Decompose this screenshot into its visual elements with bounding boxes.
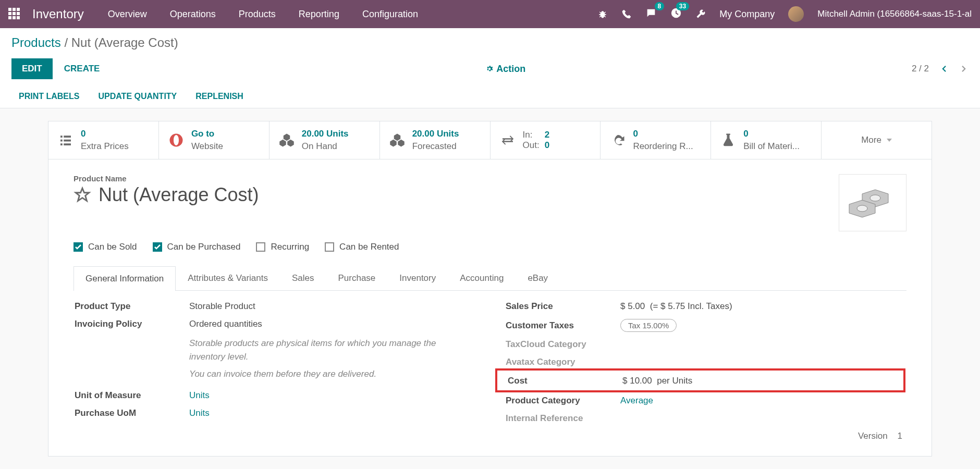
product-category-value[interactable]: Average — [620, 396, 653, 406]
taxcloud-category-label: TaxCloud Category — [506, 339, 620, 350]
breadcrumb-bar: Products / Nut (Average Cost) — [0, 28, 980, 50]
messages-badge: 8 — [655, 2, 665, 10]
next-icon[interactable] — [959, 64, 969, 73]
uom-label: Unit of Measure — [75, 390, 189, 401]
check-row: Can be Sold Can be Purchased Recurring C… — [74, 242, 906, 252]
breadcrumb-current: Nut (Average Cost) — [71, 35, 178, 50]
stat-website[interactable]: Go toWebsite — [159, 121, 270, 159]
stat-row: 0Extra Prices Go toWebsite 20.00 UnitsOn… — [48, 121, 932, 159]
tab-attributes-variants[interactable]: Attributes & Variants — [176, 266, 280, 290]
nav-configuration[interactable]: Configuration — [362, 9, 418, 20]
can-be-rented-checkbox[interactable]: Can be Rented — [325, 242, 399, 252]
uom-value[interactable]: Units — [189, 390, 210, 401]
purchase-uom-label: Purchase UoM — [75, 408, 189, 418]
action-label: Action — [496, 64, 525, 75]
stat-forecasted[interactable]: 20.00 UnitsForecasted — [380, 121, 491, 159]
stat-on-hand[interactable]: 20.00 UnitsOn Hand — [270, 121, 380, 159]
tabs: General Information Attributes & Variant… — [74, 266, 906, 291]
list-icon — [58, 132, 74, 148]
nav-menu: Overview Operations Products Reporting C… — [108, 9, 418, 20]
product-name-label: Product Name — [74, 174, 835, 183]
transfer-icon — [500, 132, 516, 148]
apps-icon[interactable] — [8, 8, 21, 20]
messages-button[interactable]: 8 — [645, 7, 657, 21]
invoicing-policy-label: Invoicing Policy — [75, 319, 189, 329]
activities-badge: 33 — [676, 2, 689, 10]
tab-sales[interactable]: Sales — [280, 266, 326, 290]
stat-extra-prices[interactable]: 0Extra Prices — [48, 121, 159, 159]
tab-general-information[interactable]: General Information — [74, 266, 176, 291]
gear-icon — [486, 65, 493, 72]
refresh-icon — [610, 132, 626, 148]
invoicing-policy-value: Ordered quantities — [189, 319, 262, 329]
product-image[interactable] — [839, 174, 906, 231]
nav-products[interactable]: Products — [239, 9, 276, 20]
tab-purchase[interactable]: Purchase — [326, 266, 387, 290]
form-sheet: 0Extra Prices Go toWebsite 20.00 UnitsOn… — [48, 121, 932, 456]
breadcrumb: Products / Nut (Average Cost) — [11, 35, 969, 50]
brand-label: Inventory — [32, 7, 84, 21]
avatax-category-label: Avatax Category — [506, 357, 620, 367]
purchase-uom-value[interactable]: Units — [189, 408, 210, 418]
wrench-icon[interactable] — [695, 9, 706, 19]
svg-point-1 — [857, 205, 867, 212]
product-category-label: Product Category — [506, 396, 620, 406]
svg-point-0 — [870, 195, 880, 201]
replenish-button[interactable]: REPLENISH — [195, 92, 243, 101]
phone-icon[interactable] — [621, 9, 632, 19]
cost-label: Cost — [508, 376, 622, 386]
cost-per: per Units — [657, 376, 692, 386]
nav-overview[interactable]: Overview — [108, 9, 147, 20]
sales-price-incl: (= $ 5.75 Incl. Taxes) — [650, 301, 732, 311]
breadcrumb-parent[interactable]: Products — [11, 35, 61, 50]
nut-image-icon — [847, 184, 899, 221]
update-quantity-button[interactable]: UPDATE QUANTITY — [98, 92, 177, 101]
tab-ebay[interactable]: eBay — [516, 266, 560, 290]
user-label[interactable]: Mitchell Admin (16566864-saas-15-1-al — [817, 9, 972, 19]
favorite-star-icon[interactable] — [74, 186, 91, 204]
bug-icon[interactable] — [597, 9, 608, 19]
top-nav: Inventory Overview Operations Products R… — [0, 0, 980, 28]
can-be-purchased-checkbox[interactable]: Can be Purchased — [153, 242, 241, 252]
avatar[interactable] — [788, 6, 804, 22]
globe-icon — [168, 132, 184, 148]
stat-in-out[interactable]: In:2 Out:0 — [491, 121, 601, 159]
stat-bom[interactable]: 0Bill of Materi... — [711, 121, 822, 159]
company-label[interactable]: My Company — [719, 9, 775, 20]
tab-inventory[interactable]: Inventory — [387, 266, 448, 290]
pager: 2 / 2 — [912, 64, 969, 74]
product-type-label: Product Type — [75, 301, 189, 312]
tab-body: Product TypeStorable Product Invoicing P… — [74, 291, 906, 441]
left-col: Product TypeStorable Product Invoicing P… — [75, 301, 474, 441]
customer-taxes-label: Customer Taxes — [506, 320, 620, 331]
help-text-2: You can invoice them before they are del… — [189, 367, 439, 381]
stat-reordering[interactable]: 0Reordering R... — [601, 121, 711, 159]
can-be-sold-checkbox[interactable]: Can be Sold — [74, 242, 137, 252]
help-text-1: Storable products are physical items for… — [189, 337, 439, 363]
pager-count: 2 / 2 — [912, 64, 929, 74]
create-button[interactable]: CREATE — [64, 64, 100, 74]
sales-price-label: Sales Price — [506, 301, 620, 312]
nav-reporting[interactable]: Reporting — [299, 9, 339, 20]
version-row: Version 1 — [506, 431, 905, 441]
edit-button[interactable]: EDIT — [11, 58, 53, 79]
print-labels-button[interactable]: PRINT LABELS — [19, 92, 79, 101]
activities-button[interactable]: 33 — [670, 7, 682, 21]
cubes-icon — [389, 132, 405, 148]
cost-highlight: Cost$ 10.00 per Units — [495, 368, 905, 392]
caret-down-icon — [887, 139, 892, 142]
product-title: Nut (Average Cost) — [99, 184, 259, 206]
action-menu[interactable]: Action — [486, 64, 525, 75]
action-bar: EDIT CREATE Action 2 / 2 — [0, 50, 980, 85]
stat-more[interactable]: More — [822, 121, 932, 159]
nav-operations[interactable]: Operations — [170, 9, 216, 20]
flask-icon — [720, 132, 736, 148]
tab-accounting[interactable]: Accounting — [448, 266, 516, 290]
product-type-value: Storable Product — [189, 301, 255, 312]
sales-price-value: $ 5.00 — [620, 301, 645, 311]
recurring-checkbox[interactable]: Recurring — [256, 242, 309, 252]
sub-actions-bar: PRINT LABELS UPDATE QUANTITY REPLENISH — [0, 85, 980, 108]
prev-icon[interactable] — [939, 64, 949, 73]
tax-tag[interactable]: Tax 15.00% — [620, 319, 677, 332]
cubes-icon — [279, 132, 295, 148]
